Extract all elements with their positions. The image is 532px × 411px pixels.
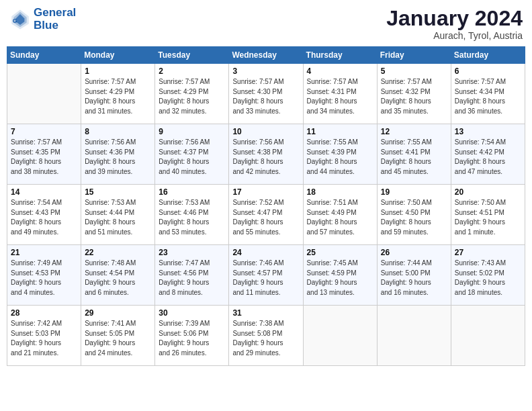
calendar-cell: 5Sunrise: 7:57 AM Sunset: 4:32 PM Daylig… — [377, 64, 451, 124]
calendar-week-2: 7Sunrise: 7:57 AM Sunset: 4:35 PM Daylig… — [7, 124, 525, 185]
day-info: Sunrise: 7:41 AM Sunset: 5:05 PM Dayligh… — [85, 319, 151, 358]
day-info: Sunrise: 7:56 AM Sunset: 4:37 PM Dayligh… — [159, 138, 225, 177]
day-number: 26 — [381, 248, 447, 257]
calendar-week-1: 1Sunrise: 7:57 AM Sunset: 4:29 PM Daylig… — [7, 64, 525, 124]
day-number: 17 — [232, 187, 299, 197]
calendar-cell: 7Sunrise: 7:57 AM Sunset: 4:35 PM Daylig… — [7, 124, 81, 185]
day-number: 9 — [159, 127, 225, 136]
calendar-cell: 19Sunrise: 7:50 AM Sunset: 4:50 PM Dayli… — [377, 185, 451, 245]
day-number: 2 — [159, 66, 225, 76]
col-header-thursday: Thursday — [303, 47, 377, 64]
day-info: Sunrise: 7:57 AM Sunset: 4:30 PM Dayligh… — [232, 77, 299, 116]
day-number: 8 — [85, 127, 151, 136]
calendar-cell: 3Sunrise: 7:57 AM Sunset: 4:30 PM Daylig… — [229, 64, 303, 124]
col-header-monday: Monday — [81, 47, 155, 64]
calendar-cell: 8Sunrise: 7:56 AM Sunset: 4:36 PM Daylig… — [81, 124, 155, 185]
calendar-week-4: 21Sunrise: 7:49 AM Sunset: 4:53 PM Dayli… — [7, 245, 525, 306]
logo-icon: G — [9, 9, 31, 30]
day-number: 16 — [159, 187, 225, 197]
day-info: Sunrise: 7:57 AM Sunset: 4:35 PM Dayligh… — [11, 138, 77, 177]
day-info: Sunrise: 7:57 AM Sunset: 4:31 PM Dayligh… — [307, 77, 373, 116]
day-info: Sunrise: 7:44 AM Sunset: 5:00 PM Dayligh… — [381, 259, 447, 298]
month-year-title: January 2024 — [386, 7, 523, 30]
day-info: Sunrise: 7:49 AM Sunset: 4:53 PM Dayligh… — [11, 259, 77, 298]
day-info: Sunrise: 7:54 AM Sunset: 4:42 PM Dayligh… — [455, 138, 521, 177]
calendar-cell: 15Sunrise: 7:53 AM Sunset: 4:44 PM Dayli… — [81, 185, 155, 245]
day-number: 20 — [455, 187, 521, 197]
day-number: 10 — [232, 127, 299, 136]
col-header-wednesday: Wednesday — [229, 47, 303, 64]
day-info: Sunrise: 7:52 AM Sunset: 4:47 PM Dayligh… — [232, 198, 299, 237]
col-header-friday: Friday — [377, 47, 451, 64]
calendar-cell: 26Sunrise: 7:44 AM Sunset: 5:00 PM Dayli… — [377, 245, 451, 306]
day-number: 14 — [11, 187, 77, 197]
calendar-cell: 29Sunrise: 7:41 AM Sunset: 5:05 PM Dayli… — [81, 306, 155, 366]
calendar-cell: 9Sunrise: 7:56 AM Sunset: 4:37 PM Daylig… — [155, 124, 229, 185]
day-info: Sunrise: 7:43 AM Sunset: 5:02 PM Dayligh… — [455, 259, 521, 298]
day-number: 22 — [85, 248, 151, 257]
svg-text:G: G — [13, 17, 17, 24]
calendar-cell: 13Sunrise: 7:54 AM Sunset: 4:42 PM Dayli… — [451, 124, 525, 185]
location-subtitle: Aurach, Tyrol, Austria — [386, 30, 523, 41]
page-header: G General Blue January 2024 Aurach, Tyro… — [7, 7, 525, 41]
calendar-cell: 30Sunrise: 7:39 AM Sunset: 5:06 PM Dayli… — [155, 306, 229, 366]
day-info: Sunrise: 7:45 AM Sunset: 4:59 PM Dayligh… — [307, 259, 373, 298]
day-info: Sunrise: 7:48 AM Sunset: 4:54 PM Dayligh… — [85, 259, 151, 298]
day-info: Sunrise: 7:55 AM Sunset: 4:41 PM Dayligh… — [381, 138, 447, 177]
calendar-cell — [451, 306, 525, 366]
day-info: Sunrise: 7:53 AM Sunset: 4:46 PM Dayligh… — [159, 198, 225, 237]
day-number: 23 — [159, 248, 225, 257]
day-info: Sunrise: 7:42 AM Sunset: 5:03 PM Dayligh… — [11, 319, 77, 358]
logo-text: General Blue — [34, 7, 76, 32]
day-info: Sunrise: 7:51 AM Sunset: 4:49 PM Dayligh… — [307, 198, 373, 237]
day-number: 28 — [11, 308, 77, 318]
day-number: 21 — [11, 248, 77, 257]
calendar-cell: 14Sunrise: 7:54 AM Sunset: 4:43 PM Dayli… — [7, 185, 81, 245]
calendar-cell: 10Sunrise: 7:56 AM Sunset: 4:38 PM Dayli… — [229, 124, 303, 185]
day-info: Sunrise: 7:56 AM Sunset: 4:36 PM Dayligh… — [85, 138, 151, 177]
calendar-cell: 24Sunrise: 7:46 AM Sunset: 4:57 PM Dayli… — [229, 245, 303, 306]
day-info: Sunrise: 7:50 AM Sunset: 4:50 PM Dayligh… — [381, 198, 447, 237]
day-info: Sunrise: 7:57 AM Sunset: 4:32 PM Dayligh… — [381, 77, 447, 116]
calendar-cell — [7, 64, 81, 124]
col-header-sunday: Sunday — [7, 47, 81, 64]
col-header-saturday: Saturday — [451, 47, 525, 64]
calendar-week-3: 14Sunrise: 7:54 AM Sunset: 4:43 PM Dayli… — [7, 185, 525, 245]
day-info: Sunrise: 7:57 AM Sunset: 4:34 PM Dayligh… — [455, 77, 521, 116]
day-number: 5 — [381, 66, 447, 76]
day-number: 27 — [455, 248, 521, 257]
calendar-cell: 20Sunrise: 7:50 AM Sunset: 4:51 PM Dayli… — [451, 185, 525, 245]
day-number: 31 — [232, 308, 299, 318]
calendar-cell: 27Sunrise: 7:43 AM Sunset: 5:02 PM Dayli… — [451, 245, 525, 306]
day-info: Sunrise: 7:39 AM Sunset: 5:06 PM Dayligh… — [159, 319, 225, 358]
day-info: Sunrise: 7:38 AM Sunset: 5:08 PM Dayligh… — [232, 319, 299, 358]
day-number: 6 — [455, 66, 521, 76]
day-number: 1 — [85, 66, 151, 76]
calendar-cell: 4Sunrise: 7:57 AM Sunset: 4:31 PM Daylig… — [303, 64, 377, 124]
day-number: 3 — [232, 66, 299, 76]
calendar-cell: 2Sunrise: 7:57 AM Sunset: 4:29 PM Daylig… — [155, 64, 229, 124]
calendar-cell: 21Sunrise: 7:49 AM Sunset: 4:53 PM Dayli… — [7, 245, 81, 306]
calendar-cell: 31Sunrise: 7:38 AM Sunset: 5:08 PM Dayli… — [229, 306, 303, 366]
day-info: Sunrise: 7:57 AM Sunset: 4:29 PM Dayligh… — [159, 77, 225, 116]
day-number: 30 — [159, 308, 225, 318]
logo: G General Blue — [9, 7, 76, 32]
calendar-cell: 25Sunrise: 7:45 AM Sunset: 4:59 PM Dayli… — [303, 245, 377, 306]
day-info: Sunrise: 7:55 AM Sunset: 4:39 PM Dayligh… — [307, 138, 373, 177]
calendar-cell: 28Sunrise: 7:42 AM Sunset: 5:03 PM Dayli… — [7, 306, 81, 366]
day-info: Sunrise: 7:56 AM Sunset: 4:38 PM Dayligh… — [232, 138, 299, 177]
calendar-header: SundayMondayTuesdayWednesdayThursdayFrid… — [7, 47, 525, 64]
col-header-tuesday: Tuesday — [155, 47, 229, 64]
calendar-cell: 11Sunrise: 7:55 AM Sunset: 4:39 PM Dayli… — [303, 124, 377, 185]
calendar-cell — [377, 306, 451, 366]
calendar-cell: 1Sunrise: 7:57 AM Sunset: 4:29 PM Daylig… — [81, 64, 155, 124]
calendar-cell: 18Sunrise: 7:51 AM Sunset: 4:49 PM Dayli… — [303, 185, 377, 245]
calendar-cell: 17Sunrise: 7:52 AM Sunset: 4:47 PM Dayli… — [229, 185, 303, 245]
day-number: 24 — [232, 248, 299, 257]
calendar-cell: 22Sunrise: 7:48 AM Sunset: 4:54 PM Dayli… — [81, 245, 155, 306]
day-number: 11 — [307, 127, 373, 136]
day-info: Sunrise: 7:57 AM Sunset: 4:29 PM Dayligh… — [85, 77, 151, 116]
day-info: Sunrise: 7:47 AM Sunset: 4:56 PM Dayligh… — [159, 259, 225, 298]
day-number: 29 — [85, 308, 151, 318]
calendar-cell: 6Sunrise: 7:57 AM Sunset: 4:34 PM Daylig… — [451, 64, 525, 124]
